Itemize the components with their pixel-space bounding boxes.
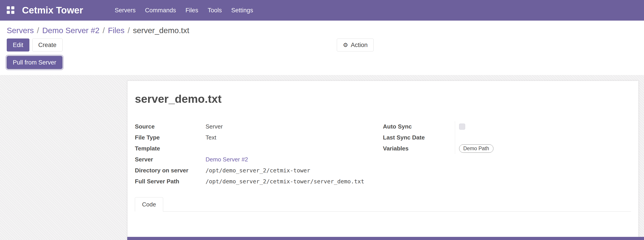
field-value-server: Demo Server #2 <box>206 156 383 163</box>
notebook-tabs: Code <box>135 197 631 212</box>
breadcrumb-files[interactable]: Files <box>108 26 124 35</box>
field-row-source: Source Server <box>135 121 383 132</box>
breadcrumb: Servers / Demo Server #2 / Files / serve… <box>0 21 644 36</box>
nav-files[interactable]: Files <box>181 0 203 21</box>
breadcrumb-servers[interactable]: Servers <box>7 26 34 35</box>
field-value-source: Server <box>206 123 383 130</box>
tab-code-content <box>135 212 631 236</box>
field-row-auto-sync: Auto Sync <box>383 121 631 132</box>
field-value-full-path: /opt/demo_server_2/cetmix-tower/server_d… <box>206 178 383 185</box>
field-row-full-path: Full Server Path /opt/demo_server_2/cetm… <box>135 176 383 187</box>
field-label: Source <box>135 123 206 130</box>
breadcrumb-separator: / <box>37 26 39 35</box>
app-brand[interactable]: Cetmix Tower <box>22 5 83 16</box>
field-row-last-sync-date: Last Sync Date <box>383 132 631 143</box>
record-title: server_demo.txt <box>135 93 631 106</box>
apps-menu-icon[interactable] <box>7 6 15 14</box>
content-area: server_demo.txt Source Server File Type … <box>0 75 644 240</box>
nav-settings[interactable]: Settings <box>226 0 258 21</box>
field-label: Server <box>135 156 206 163</box>
field-row-template: Template <box>135 143 383 154</box>
field-label: Variables <box>383 145 455 152</box>
field-groups: Source Server File Type Text Template Se… <box>135 121 631 187</box>
field-value-last-sync-date <box>455 132 631 143</box>
button-row: Edit Create ⚙ Action <box>0 36 644 53</box>
field-value-directory: /opt/demo_server_2/cetmix-tower <box>206 167 383 174</box>
edit-button[interactable]: Edit <box>7 38 30 51</box>
server-link[interactable]: Demo Server #2 <box>206 156 248 163</box>
action-button[interactable]: ⚙ Action <box>337 38 374 51</box>
tab-code[interactable]: Code <box>135 197 163 212</box>
field-row-variables: Variables Demo Path <box>383 143 631 154</box>
field-label: Full Server Path <box>135 178 206 185</box>
action-button-label: Action <box>351 42 368 49</box>
create-button[interactable]: Create <box>32 38 62 51</box>
field-label: Directory on server <box>135 167 206 174</box>
field-group-right: Auto Sync Last Sync Date Variables Demo … <box>383 121 631 187</box>
field-label: File Type <box>135 134 206 141</box>
field-group-left: Source Server File Type Text Template Se… <box>135 121 383 187</box>
pull-from-server-button[interactable]: Pull from Server <box>7 56 62 69</box>
variable-tag: Demo Path <box>459 144 494 153</box>
field-label: Template <box>135 145 206 152</box>
main-menu: Servers Commands Files Tools Settings <box>110 0 258 21</box>
gear-icon: ⚙ <box>343 42 348 48</box>
breadcrumb-current: server_demo.txt <box>133 26 190 35</box>
field-value-auto-sync <box>455 121 631 132</box>
field-value-file-type: Text <box>206 134 383 141</box>
header-buttons-row: Pull from Server <box>0 53 644 69</box>
field-row-server: Server Demo Server #2 <box>135 154 383 165</box>
auto-sync-checkbox <box>459 123 465 130</box>
nav-tools[interactable]: Tools <box>203 0 226 21</box>
field-label: Auto Sync <box>383 123 455 130</box>
field-row-file-type: File Type Text <box>135 132 383 143</box>
code-editor-top-strip <box>127 237 644 240</box>
nav-commands[interactable]: Commands <box>140 0 181 21</box>
breadcrumb-separator: / <box>128 26 130 35</box>
nav-servers[interactable]: Servers <box>110 0 140 21</box>
control-panel: Servers / Demo Server #2 / Files / serve… <box>0 21 644 75</box>
field-label: Last Sync Date <box>383 134 455 141</box>
field-value-variables: Demo Path <box>455 143 631 154</box>
breadcrumb-demo-server[interactable]: Demo Server #2 <box>42 26 100 35</box>
form-sheet: server_demo.txt Source Server File Type … <box>127 81 638 240</box>
field-row-directory: Directory on server /opt/demo_server_2/c… <box>135 165 383 176</box>
top-navbar: Cetmix Tower Servers Commands Files Tool… <box>0 0 644 21</box>
breadcrumb-separator: / <box>102 26 105 35</box>
